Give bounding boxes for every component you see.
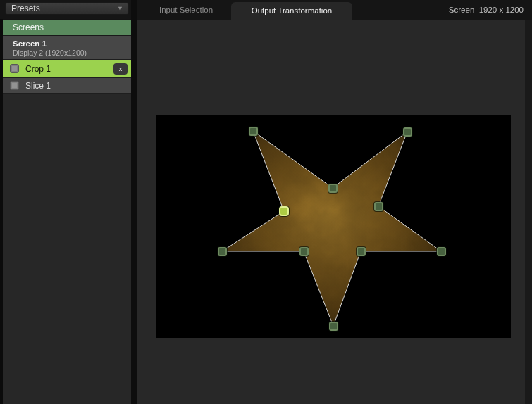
transform-handle-outer-bottom[interactable] bbox=[329, 322, 338, 331]
screen-info-label: Screen 1920 x 1200 bbox=[449, 0, 524, 20]
star-shape[interactable] bbox=[156, 115, 511, 338]
layer-label: Slice 1 bbox=[25, 81, 51, 91]
main-area: Input Selection Output Transformation Sc… bbox=[137, 0, 532, 404]
layer-visibility-checkbox[interactable] bbox=[10, 64, 19, 73]
editor-area bbox=[137, 20, 532, 404]
transform-handle-inner-bottom-right[interactable] bbox=[357, 247, 366, 256]
star-texture bbox=[156, 115, 511, 338]
presets-dropdown[interactable]: Presets ▼ bbox=[5, 2, 129, 15]
sidebar-top-strip: Presets ▼ bbox=[0, 0, 131, 19]
sidebar-divider bbox=[131, 0, 137, 404]
layer-close-button[interactable]: x bbox=[113, 63, 128, 75]
chevron-down-icon: ▼ bbox=[117, 3, 123, 14]
sidebar-item-crop-1[interactable]: Crop 1 x bbox=[3, 60, 131, 78]
app-window: Presets ▼ Screens Screen 1 Display 2 (19… bbox=[0, 0, 532, 404]
screens-header: Screens bbox=[3, 19, 131, 36]
transform-handle-outer-top-left[interactable] bbox=[249, 127, 258, 136]
transform-handle-inner-bottom-left[interactable] bbox=[299, 247, 309, 256]
tab-output-transformation[interactable]: Output Transformation bbox=[231, 2, 352, 20]
sidebar-item-screen-1[interactable]: Screen 1 Display 2 (1920x1200) bbox=[3, 36, 131, 60]
transform-handle-inner-left[interactable] bbox=[279, 206, 289, 216]
sidebar: Presets ▼ Screens Screen 1 Display 2 (19… bbox=[0, 0, 131, 404]
screen-title: Screen 1 bbox=[13, 39, 131, 49]
tab-input-selection[interactable]: Input Selection bbox=[141, 0, 231, 20]
sidebar-item-slice-1[interactable]: Slice 1 bbox=[3, 78, 131, 94]
transform-handle-outer-left[interactable] bbox=[218, 247, 227, 256]
layer-visibility-checkbox[interactable] bbox=[10, 81, 19, 90]
output-canvas[interactable] bbox=[156, 115, 511, 338]
tab-bar: Input Selection Output Transformation Sc… bbox=[137, 0, 532, 20]
right-edge-strip bbox=[525, 20, 532, 404]
transform-handle-outer-right[interactable] bbox=[437, 247, 446, 256]
sidebar-list: Screens Screen 1 Display 2 (1920x1200) C… bbox=[3, 19, 131, 404]
screen-subtitle: Display 2 (1920x1200) bbox=[13, 49, 131, 58]
transform-handle-inner-top[interactable] bbox=[328, 184, 338, 193]
presets-label: Presets bbox=[11, 4, 40, 13]
layer-label: Crop 1 bbox=[25, 64, 51, 74]
transform-handle-inner-right[interactable] bbox=[374, 202, 383, 211]
transform-handle-outer-top-right[interactable] bbox=[403, 127, 412, 137]
